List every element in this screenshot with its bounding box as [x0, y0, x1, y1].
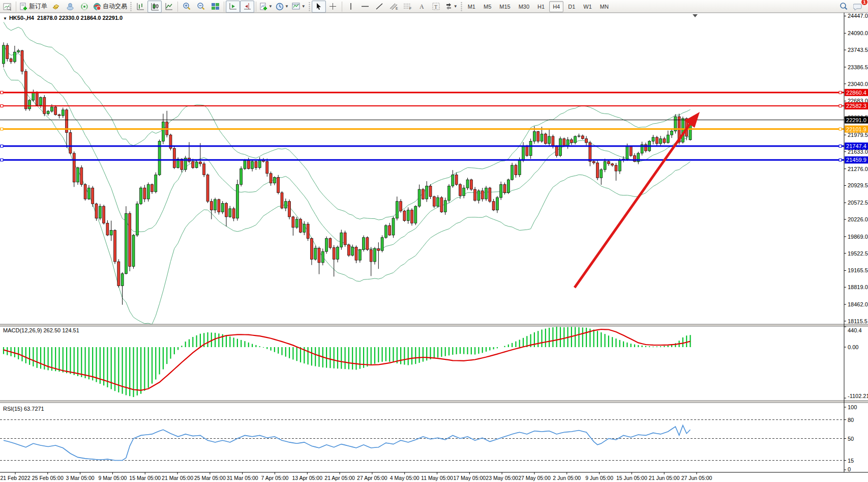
svg-text:25 Mar 05:00: 25 Mar 05:00 — [194, 475, 226, 481]
svg-text:4 May 05:00: 4 May 05:00 — [390, 475, 420, 481]
svg-text:23386.5: 23386.5 — [848, 64, 868, 70]
line-handle-right[interactable] — [839, 128, 842, 130]
svg-text:23743.5: 23743.5 — [848, 47, 868, 53]
svg-text:21 Apr 05:00: 21 Apr 05:00 — [324, 475, 355, 481]
svg-text:19165.5: 19165.5 — [848, 267, 868, 273]
symbol-title: ▼HK50-,H4 21878.0 22330.0 21864.0 22291.… — [3, 15, 123, 21]
svg-text:27 Jun 05:00: 27 Jun 05:00 — [681, 475, 712, 481]
line-handle-right[interactable] — [839, 159, 842, 161]
svg-text:0.00: 0.00 — [848, 344, 858, 350]
svg-text:20929.5: 20929.5 — [848, 182, 868, 188]
svg-text:-1102.21: -1102.21 — [848, 393, 868, 399]
svg-text:20226.0: 20226.0 — [848, 216, 868, 222]
line-handle-left[interactable] — [1, 145, 3, 148]
price-tag-21747.4: 21747.4 — [845, 143, 868, 150]
collapse-icon[interactable]: ▼ — [3, 16, 7, 21]
svg-text:20572.5: 20572.5 — [848, 200, 868, 206]
svg-text:22582.3: 22582.3 — [846, 103, 866, 109]
svg-text:15: 15 — [848, 458, 854, 464]
svg-text:0: 0 — [848, 466, 851, 472]
svg-text:22101.9: 22101.9 — [846, 126, 866, 132]
svg-text:18115.5: 18115.5 — [848, 318, 867, 324]
line-handle-right[interactable] — [839, 105, 842, 107]
svg-text:27 May 05:00: 27 May 05:00 — [518, 475, 551, 481]
line-handle-right[interactable] — [839, 91, 842, 94]
svg-text:13 Apr 05:00: 13 Apr 05:00 — [292, 475, 323, 481]
svg-text:17 May 05:00: 17 May 05:00 — [454, 475, 486, 481]
macd-indicator-label: MACD(12,26,9) 262.50 124.51 — [3, 327, 79, 333]
svg-text:2 Jun 05:00: 2 Jun 05:00 — [553, 475, 581, 481]
svg-text:11 May 05:00: 11 May 05:00 — [421, 475, 453, 481]
svg-text:21 Mar 05:00: 21 Mar 05:00 — [162, 475, 193, 481]
line-handle-left[interactable] — [1, 105, 3, 107]
svg-text:24090.0: 24090.0 — [848, 30, 868, 36]
svg-text:23 May 05:00: 23 May 05:00 — [486, 475, 518, 481]
rsi-indicator-label: RSI(15) 63.7271 — [3, 406, 44, 412]
svg-text:19869.0: 19869.0 — [848, 234, 868, 240]
svg-text:15 Mar 05:00: 15 Mar 05:00 — [129, 475, 161, 481]
svg-text:21747.4: 21747.4 — [846, 143, 866, 149]
svg-text:24447.0: 24447.0 — [848, 13, 868, 19]
svg-text:440.4: 440.4 — [848, 327, 862, 333]
price-tag-22101.9: 22101.9 — [845, 126, 868, 133]
svg-text:18462.0: 18462.0 — [848, 301, 868, 307]
symbol-name: HK50-,H4 — [9, 15, 34, 21]
svg-text:21 Feb 2022: 21 Feb 2022 — [1, 475, 31, 481]
trading-platform-window: 新订单 自动交易 — [0, 0, 868, 482]
symbol-ohlc: 21878.0 22330.0 21864.0 22291.0 — [37, 15, 123, 21]
price-tag-22582.3: 22582.3 — [845, 102, 868, 109]
line-handle-right[interactable] — [839, 145, 842, 148]
svg-text:50: 50 — [848, 436, 854, 442]
svg-text:3 Mar 05:00: 3 Mar 05:00 — [66, 475, 95, 481]
svg-text:19522.5: 19522.5 — [848, 250, 868, 257]
svg-text:22860.4: 22860.4 — [846, 90, 866, 96]
svg-text:31 Mar 05:00: 31 Mar 05:00 — [227, 475, 258, 481]
price-tag-21459.9: 21459.9 — [845, 156, 868, 163]
svg-text:80: 80 — [848, 417, 854, 423]
line-handle-left[interactable] — [1, 91, 3, 94]
chart-canvas[interactable]: 24447.024090.023743.523386.523040.022683… — [0, 0, 868, 482]
svg-text:21459.9: 21459.9 — [846, 157, 866, 163]
svg-text:9 Jun 05:00: 9 Jun 05:00 — [585, 475, 613, 481]
price-tag-22860.4: 22860.4 — [845, 89, 868, 96]
svg-text:27 Apr 05:00: 27 Apr 05:00 — [357, 475, 387, 481]
svg-text:9 Mar 05:00: 9 Mar 05:00 — [98, 475, 127, 481]
svg-text:18819.0: 18819.0 — [848, 284, 868, 290]
svg-text:22291.0: 22291.0 — [846, 117, 866, 123]
svg-text:21276.0: 21276.0 — [848, 166, 868, 172]
svg-text:21979.5: 21979.5 — [848, 132, 868, 138]
svg-text:100: 100 — [848, 404, 857, 410]
svg-text:25 Feb 05:00: 25 Feb 05:00 — [32, 475, 64, 481]
line-handle-left[interactable] — [1, 128, 3, 130]
svg-text:15 Jun 05:00: 15 Jun 05:00 — [616, 475, 647, 481]
svg-text:21 Jun 05:00: 21 Jun 05:00 — [649, 475, 680, 481]
svg-text:7 Apr 05:00: 7 Apr 05:00 — [261, 475, 289, 481]
price-tag-22291.0: 22291.0 — [845, 117, 868, 124]
svg-text:23040.0: 23040.0 — [848, 81, 868, 87]
line-handle-left[interactable] — [1, 159, 3, 161]
